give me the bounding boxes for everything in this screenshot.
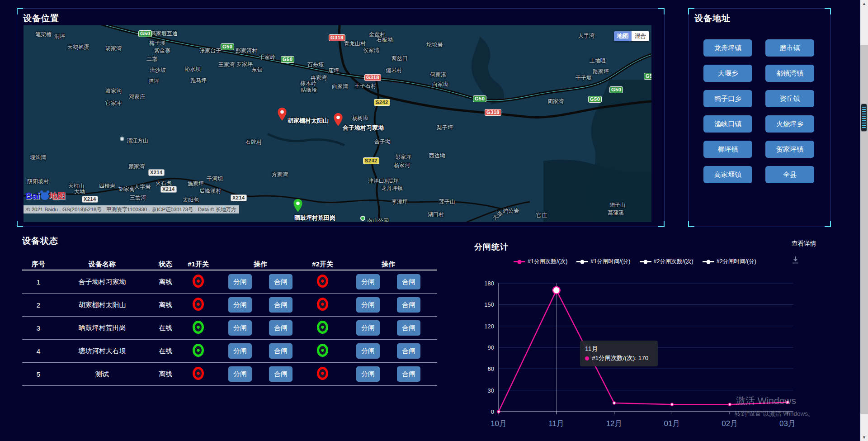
device-name: 测试 [95,370,109,379]
map-label: 百步垭 [307,61,324,69]
address-town-button[interactable]: 贺家坪镇 [765,141,814,158]
switch1-close-button[interactable]: 合闸 [269,320,292,336]
device-status-section: 设备状态 序号设备名称状态#1开关操作#2开关操作 1 合子坳村习家坳 离线 分… [22,235,437,386]
svg-text:60: 60 [488,365,494,372]
svg-text:0: 0 [491,408,494,415]
switch2-open-button[interactable]: 分闸 [356,297,380,313]
device-name: 塘坊河村大石坝 [79,347,126,356]
map-label: 张家台子 [199,47,221,55]
map-label: 王家湾 [218,61,235,69]
switch2-close-button[interactable]: 合闸 [397,274,420,289]
switch1-open-button[interactable]: 分闸 [228,343,252,359]
scrollbar-thumb[interactable] [860,45,868,414]
map-label: 周家湾 [547,98,564,105]
map-type-hybrid-button[interactable]: 混合 [632,31,649,41]
switch2-open-button[interactable]: 分闸 [356,366,380,382]
scroll-slider-widget[interactable] [861,104,867,132]
svg-text:90: 90 [488,344,494,351]
address-town-button[interactable]: 渔峡口镇 [703,115,752,133]
switch2-close-button[interactable]: 合闸 [397,297,420,313]
map-marker[interactable] [293,199,303,213]
corner-accent [17,8,23,14]
switch2-close-button[interactable]: 合闸 [397,343,420,359]
map-label: 人手湾 [578,32,594,40]
road-shield: G50 [473,95,486,102]
column-header: #2开关 [312,260,333,269]
map-label: 合子坳 [374,138,391,146]
legend-item[interactable]: #1分闸时间/(分) [576,258,630,266]
device-address-title: 设备地址 [694,13,731,24]
status-table-body: 1 合子坳村习家坳 离线 分闸 合闸 分闸 合闸 2 胡家棚村太阳山 [22,270,437,386]
switch2-open-button[interactable]: 分闸 [356,320,380,336]
legend-item[interactable]: #1分闸次数/(次) [514,258,567,266]
map-label: 干河坝 [207,175,223,183]
baidu-logo: Bai 地图 [25,190,66,201]
switch1-close-button[interactable]: 合闸 [269,366,292,382]
map-label: 何家溪 [430,71,446,79]
address-town-button[interactable]: 资丘镇 [765,90,814,107]
map-label: 二墩 [146,55,157,63]
map-label: 胡家棚村太阳山 [288,117,329,125]
switch1-open-button[interactable]: 分闸 [228,274,252,289]
map-label: 紫金寨 [154,47,170,55]
legend-item[interactable]: #2分闸次数/(次) [640,258,693,266]
map-label: 大坳 [74,188,85,196]
map-label: 坨坨岩 [426,41,443,49]
map-label: 咕噜垭 [301,86,317,94]
map-label: 土地咀 [590,57,606,65]
map-type-map-button[interactable]: 地图 [614,31,632,41]
address-town-button[interactable]: 火烧坪乡 [765,115,814,133]
column-header: 序号 [32,260,45,269]
switch1-close-button[interactable]: 合闸 [269,297,292,313]
scroll-down-arrow-icon[interactable]: ▼ [860,435,868,440]
legend-item[interactable]: #2分闸时间/(分) [703,258,756,266]
map-label: 堰沟湾 [30,154,46,161]
view-details-link[interactable]: 查看详情 [792,240,816,248]
map-label: 李潭坪 [392,198,408,206]
map-attribution: © 2021 Baidu - GS(2019)5218号 - 甲测资字11009… [24,205,239,213]
address-town-button[interactable]: 高家堰镇 [703,166,752,183]
address-town-button[interactable]: 榔坪镇 [703,141,752,158]
park-poi-icon[interactable] [360,216,365,221]
address-town-button[interactable]: 大堰乡 [703,65,752,82]
map-label: 官庄 [536,212,547,219]
map-label: 西边坳 [429,152,445,160]
map-label: 洞坪 [54,33,65,40]
dashboard-page: 设备位置 笔架槽洞坪天鹅抱蛋胡家湾高家堰互通梅子溪紫金寨二墩张家台子王家湾流沙坡… [0,0,868,441]
map-label: 晒鼓坪村荒田岗 [294,214,335,222]
switch1-close-button[interactable]: 合闸 [269,274,292,289]
switch2-close-button[interactable]: 合闸 [397,366,420,382]
switch1-open-button[interactable]: 分闸 [228,366,252,382]
address-town-button[interactable]: 磨市镇 [765,39,814,57]
road-shield: G50 [609,86,623,93]
address-town-button[interactable]: 都镇湾镇 [765,65,814,82]
switch1-open-button[interactable]: 分闸 [228,297,252,313]
page-scrollbar[interactable]: ▲ ▼ [860,0,868,441]
switch2-open-button[interactable]: 分闸 [356,343,380,359]
baidu-map[interactable]: 笔架槽洞坪天鹅抱蛋胡家湾高家堰互通梅子溪紫金寨二墩张家台子王家湾流沙坡沁水坝腾坪… [24,25,651,222]
switch2-close-button[interactable]: 合闸 [397,320,420,336]
switch2-open-button[interactable]: 分闸 [356,274,380,289]
map-label: 杨家河 [394,161,410,169]
address-town-button[interactable]: 鸭子口乡 [703,90,752,107]
map-marker[interactable] [333,113,343,127]
switch1-close-button[interactable]: 合闸 [269,343,292,359]
road-shield: G50 [281,56,294,63]
address-town-button[interactable]: 龙舟坪镇 [703,39,752,57]
svg-text:10月: 10月 [491,419,507,428]
device-location-panel: 设备位置 笔架槽洞坪天鹅抱蛋胡家湾高家堰互通梅子溪紫金寨二墩张家台子王家湾流沙坡… [17,8,665,227]
chart-title: 分闸统计 [474,242,509,252]
table-row: 2 胡家棚村太阳山 离线 分闸 合闸 分闸 合闸 [22,294,437,317]
map-marker[interactable] [277,107,287,121]
table-row: 1 合子坳村习家坳 离线 分闸 合闸 分闸 合闸 [22,270,437,294]
road-shield: S242 [363,157,379,164]
scroll-up-arrow-icon[interactable]: ▲ [860,1,868,6]
tooltip-series-dot [585,356,589,360]
address-town-button[interactable]: 全县 [765,166,814,183]
svg-text:12月: 12月 [606,419,623,428]
corner-accent [17,221,23,227]
map-label: 莲子山 [439,198,455,206]
map-label: 高家堰互通 [151,30,178,38]
switch2-status-indicator [317,367,328,380]
switch1-open-button[interactable]: 分闸 [228,320,252,336]
